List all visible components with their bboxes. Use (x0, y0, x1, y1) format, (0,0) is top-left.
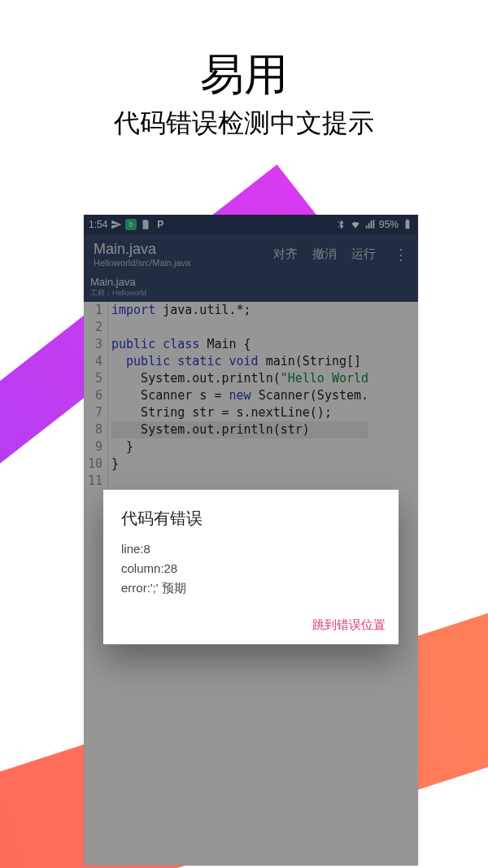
dialog-column-number: column:28 (121, 559, 381, 578)
phone-screenshot: 1:54 b P 95% (84, 215, 418, 866)
error-dialog: 代码有错误 line:8 column:28 error:';' 预期 跳到错误… (103, 490, 399, 644)
marketing-subtitle: 代码错误检测中文提示 (0, 106, 488, 142)
dialog-error-message: error:';' 预期 (121, 578, 381, 598)
jump-to-error-button[interactable]: 跳到错误位置 (312, 617, 386, 633)
dialog-line-number: line:8 (121, 539, 381, 559)
marketing-title: 易用 (0, 46, 488, 105)
dialog-title: 代码有错误 (121, 508, 381, 530)
